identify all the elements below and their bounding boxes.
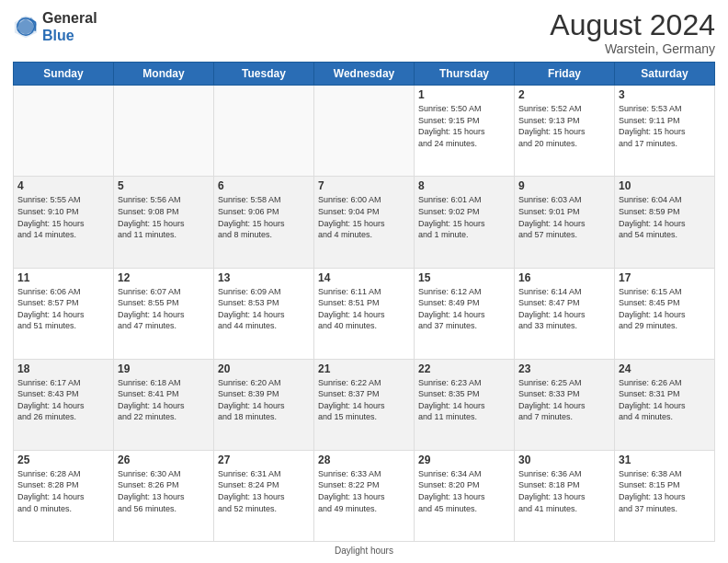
calendar-cell: 20Sunrise: 6:20 AM Sunset: 8:39 PM Dayli…	[214, 359, 314, 450]
calendar-cell	[314, 86, 415, 177]
title-block: August 2024 Warstein, Germany	[550, 9, 715, 56]
day-number: 27	[218, 454, 310, 466]
day-info: Sunrise: 6:26 AM Sunset: 8:31 PM Dayligh…	[619, 377, 711, 423]
day-header-monday: Monday	[114, 63, 214, 86]
day-number: 20	[218, 362, 310, 375]
logo-text: General Blue	[42, 9, 97, 44]
day-info: Sunrise: 6:09 AM Sunset: 8:53 PM Dayligh…	[218, 286, 310, 332]
day-info: Sunrise: 6:17 AM Sunset: 8:43 PM Dayligh…	[17, 377, 109, 423]
day-info: Sunrise: 6:25 AM Sunset: 8:33 PM Dayligh…	[518, 377, 610, 423]
calendar-cell: 2Sunrise: 5:52 AM Sunset: 9:13 PM Daylig…	[515, 86, 615, 177]
calendar-cell: 5Sunrise: 5:56 AM Sunset: 9:08 PM Daylig…	[114, 177, 214, 268]
calendar-cell: 14Sunrise: 6:11 AM Sunset: 8:51 PM Dayli…	[314, 268, 415, 359]
day-number: 31	[619, 454, 711, 466]
calendar-week-3: 11Sunrise: 6:06 AM Sunset: 8:57 PM Dayli…	[14, 268, 715, 359]
day-info: Sunrise: 6:11 AM Sunset: 8:51 PM Dayligh…	[318, 286, 410, 332]
calendar-cell: 23Sunrise: 6:25 AM Sunset: 8:33 PM Dayli…	[515, 359, 615, 450]
calendar-cell	[214, 86, 314, 177]
day-number: 29	[418, 454, 510, 466]
calendar-cell: 6Sunrise: 5:58 AM Sunset: 9:06 PM Daylig…	[214, 177, 314, 268]
calendar-cell: 7Sunrise: 6:00 AM Sunset: 9:04 PM Daylig…	[314, 177, 415, 268]
day-info: Sunrise: 6:20 AM Sunset: 8:39 PM Dayligh…	[218, 377, 310, 423]
day-info: Sunrise: 6:07 AM Sunset: 8:55 PM Dayligh…	[118, 286, 210, 332]
day-info: Sunrise: 6:30 AM Sunset: 8:26 PM Dayligh…	[118, 468, 210, 514]
day-number: 23	[518, 362, 610, 375]
day-info: Sunrise: 5:52 AM Sunset: 9:13 PM Dayligh…	[518, 103, 610, 149]
day-header-thursday: Thursday	[415, 63, 515, 86]
calendar-cell: 3Sunrise: 5:53 AM Sunset: 9:11 PM Daylig…	[615, 86, 715, 177]
day-info: Sunrise: 5:58 AM Sunset: 9:06 PM Dayligh…	[218, 194, 310, 240]
calendar-cell: 31Sunrise: 6:38 AM Sunset: 8:15 PM Dayli…	[615, 450, 715, 541]
subtitle: Warstein, Germany	[550, 41, 715, 56]
day-info: Sunrise: 6:14 AM Sunset: 8:47 PM Dayligh…	[518, 286, 610, 332]
calendar-cell: 4Sunrise: 5:55 AM Sunset: 9:10 PM Daylig…	[14, 177, 114, 268]
day-info: Sunrise: 6:01 AM Sunset: 9:02 PM Dayligh…	[418, 194, 510, 240]
day-number: 13	[218, 271, 310, 284]
page-container: General Blue August 2024 Warstein, Germa…	[0, 0, 728, 563]
day-info: Sunrise: 6:18 AM Sunset: 8:41 PM Dayligh…	[118, 377, 210, 423]
day-info: Sunrise: 6:03 AM Sunset: 9:01 PM Dayligh…	[518, 194, 610, 240]
day-number: 24	[619, 362, 711, 375]
calendar-cell: 26Sunrise: 6:30 AM Sunset: 8:26 PM Dayli…	[114, 450, 214, 541]
day-info: Sunrise: 6:34 AM Sunset: 8:20 PM Dayligh…	[418, 468, 510, 514]
day-number: 1	[418, 88, 510, 101]
day-number: 17	[619, 271, 711, 284]
calendar-cell: 29Sunrise: 6:34 AM Sunset: 8:20 PM Dayli…	[415, 450, 515, 541]
day-info: Sunrise: 5:55 AM Sunset: 9:10 PM Dayligh…	[17, 194, 109, 240]
day-number: 15	[418, 271, 510, 284]
day-number: 19	[118, 362, 210, 375]
day-info: Sunrise: 6:31 AM Sunset: 8:24 PM Dayligh…	[218, 468, 310, 514]
day-number: 22	[418, 362, 510, 375]
day-number: 8	[418, 179, 510, 192]
day-info: Sunrise: 6:33 AM Sunset: 8:22 PM Dayligh…	[318, 468, 410, 514]
day-number: 21	[318, 362, 410, 375]
day-number: 30	[518, 454, 610, 466]
calendar-cell: 10Sunrise: 6:04 AM Sunset: 8:59 PM Dayli…	[615, 177, 715, 268]
calendar-header-row: SundayMondayTuesdayWednesdayThursdayFrid…	[14, 63, 715, 86]
calendar-cell: 9Sunrise: 6:03 AM Sunset: 9:01 PM Daylig…	[515, 177, 615, 268]
day-number: 18	[17, 362, 109, 375]
calendar-cell	[14, 86, 114, 177]
day-number: 10	[619, 179, 711, 192]
day-number: 4	[17, 179, 109, 192]
day-number: 16	[518, 271, 610, 284]
day-header-wednesday: Wednesday	[314, 63, 415, 86]
day-number: 12	[118, 271, 210, 284]
calendar-cell: 15Sunrise: 6:12 AM Sunset: 8:49 PM Dayli…	[415, 268, 515, 359]
day-number: 2	[518, 88, 610, 101]
day-info: Sunrise: 6:36 AM Sunset: 8:18 PM Dayligh…	[518, 468, 610, 514]
main-title: August 2024	[550, 9, 715, 41]
day-header-sunday: Sunday	[14, 63, 114, 86]
day-info: Sunrise: 5:50 AM Sunset: 9:15 PM Dayligh…	[418, 103, 510, 149]
day-info: Sunrise: 6:38 AM Sunset: 8:15 PM Dayligh…	[619, 468, 711, 514]
logo-general: General	[42, 10, 97, 26]
day-number: 26	[118, 454, 210, 466]
day-number: 3	[619, 88, 711, 101]
calendar-week-1: 1Sunrise: 5:50 AM Sunset: 9:15 PM Daylig…	[14, 86, 715, 177]
calendar-cell: 25Sunrise: 6:28 AM Sunset: 8:28 PM Dayli…	[14, 450, 114, 541]
calendar-cell: 22Sunrise: 6:23 AM Sunset: 8:35 PM Dayli…	[415, 359, 515, 450]
day-number: 11	[17, 271, 109, 284]
calendar-cell: 11Sunrise: 6:06 AM Sunset: 8:57 PM Dayli…	[14, 268, 114, 359]
day-number: 6	[218, 179, 310, 192]
day-info: Sunrise: 6:22 AM Sunset: 8:37 PM Dayligh…	[318, 377, 410, 423]
calendar-cell: 8Sunrise: 6:01 AM Sunset: 9:02 PM Daylig…	[415, 177, 515, 268]
calendar-cell: 27Sunrise: 6:31 AM Sunset: 8:24 PM Dayli…	[214, 450, 314, 541]
day-info: Sunrise: 6:00 AM Sunset: 9:04 PM Dayligh…	[318, 194, 410, 240]
header: General Blue August 2024 Warstein, Germa…	[13, 9, 715, 56]
day-header-saturday: Saturday	[615, 63, 715, 86]
day-info: Sunrise: 5:53 AM Sunset: 9:11 PM Dayligh…	[619, 103, 711, 149]
footer: Daylight hours	[13, 546, 715, 556]
calendar-week-4: 18Sunrise: 6:17 AM Sunset: 8:43 PM Dayli…	[14, 359, 715, 450]
day-info: Sunrise: 6:28 AM Sunset: 8:28 PM Dayligh…	[17, 468, 109, 514]
calendar-week-2: 4Sunrise: 5:55 AM Sunset: 9:10 PM Daylig…	[14, 177, 715, 268]
logo: General Blue	[13, 9, 97, 44]
calendar-cell: 30Sunrise: 6:36 AM Sunset: 8:18 PM Dayli…	[515, 450, 615, 541]
day-info: Sunrise: 6:06 AM Sunset: 8:57 PM Dayligh…	[17, 286, 109, 332]
day-info: Sunrise: 6:23 AM Sunset: 8:35 PM Dayligh…	[418, 377, 510, 423]
logo-icon	[13, 14, 39, 40]
day-number: 5	[118, 179, 210, 192]
calendar-cell: 21Sunrise: 6:22 AM Sunset: 8:37 PM Dayli…	[314, 359, 415, 450]
day-number: 14	[318, 271, 410, 284]
day-number: 9	[518, 179, 610, 192]
